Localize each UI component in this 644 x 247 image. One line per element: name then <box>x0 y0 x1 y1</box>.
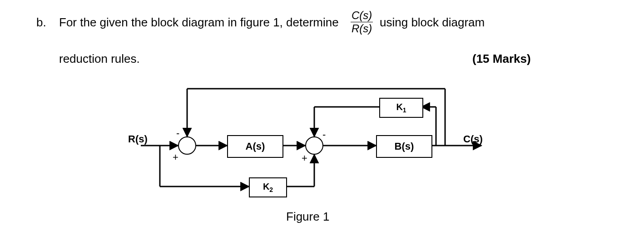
frac-denominator: R(s) <box>351 22 373 34</box>
frac-numerator: C(s) <box>351 10 373 22</box>
sum2-minus: - <box>322 129 326 141</box>
input-label: R(s) <box>128 133 148 145</box>
block-A-label: A(s) <box>246 141 265 152</box>
sum-junction-1 <box>178 136 196 155</box>
question-line1-a: For the given the block diagram in figur… <box>59 15 339 30</box>
marks: (15 Marks) <box>472 52 531 66</box>
list-marker: b. <box>36 15 46 30</box>
output-label: C(s) <box>463 133 483 145</box>
block-K1: K1 <box>379 98 423 118</box>
block-K2: K2 <box>249 177 287 197</box>
figure-caption: Figure 1 <box>286 210 329 224</box>
block-K1-label: K1 <box>396 102 406 114</box>
block-K2-label: K2 <box>263 181 273 193</box>
fraction: C(s) R(s) <box>349 11 375 35</box>
block-A: A(s) <box>227 135 283 158</box>
question-line1-b: using block diagram <box>380 15 485 30</box>
sum2-plus: + <box>302 152 307 164</box>
sum1-minus: - <box>176 127 179 139</box>
block-B: B(s) <box>376 135 432 158</box>
sum-junction-2 <box>305 136 323 155</box>
block-B-label: B(s) <box>395 141 414 152</box>
question-line2: reduction rules. <box>59 52 140 66</box>
page: b. For the given the block diagram in fi… <box>0 0 644 247</box>
block-diagram: A(s) B(s) K1 K2 + - + - R(s) C(s) Figure… <box>127 80 518 216</box>
sum1-plus: + <box>173 151 178 163</box>
